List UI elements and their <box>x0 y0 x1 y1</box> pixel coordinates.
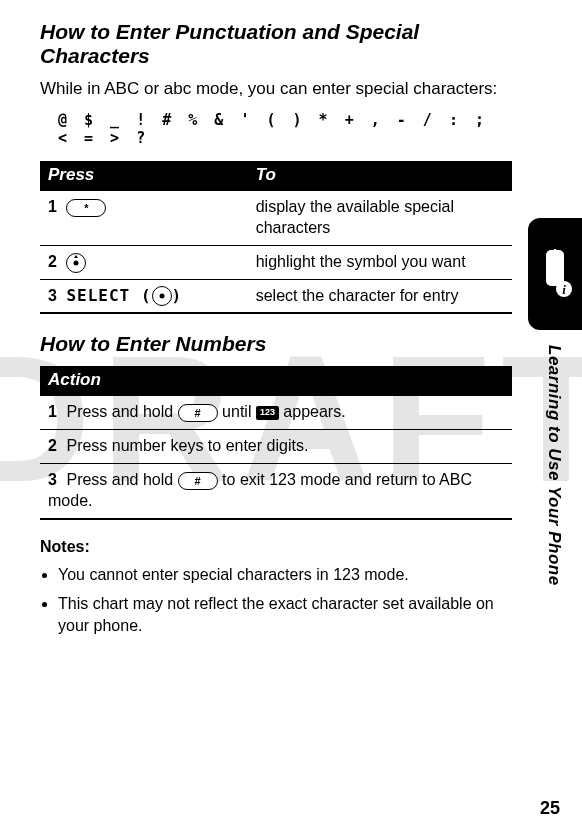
table-row: 3 SELECT () select the character for ent… <box>40 279 512 313</box>
action-text: Press and hold <box>66 403 177 420</box>
list-item: This chart may not reflect the exact cha… <box>58 593 512 636</box>
mode-123-icon: 123 <box>256 406 279 420</box>
col-action: Action <box>40 366 512 395</box>
special-characters-list: @ $ _ ! # % & ' ( ) * + , - / : ; < = > … <box>58 111 512 147</box>
svg-rect-1 <box>550 255 560 265</box>
table-row: 2 highlight the symbol you want <box>40 245 512 279</box>
side-section-label: Learning to Use Your Phone <box>544 345 564 586</box>
phone-info-icon: i <box>538 249 572 299</box>
select-label: SELECT ( <box>66 286 151 305</box>
notes-heading: Notes: <box>40 538 512 556</box>
nav-key-icon <box>66 253 86 273</box>
notes-list: You cannot enter special characters in 1… <box>58 564 512 637</box>
col-press: Press <box>40 161 248 190</box>
table-row: 1 Press and hold # until 123 appears. <box>40 395 512 429</box>
list-item: You cannot enter special characters in 1… <box>58 564 512 586</box>
step-number: 1 <box>48 197 62 218</box>
section2-title: How to Enter Numbers <box>40 332 512 356</box>
col-to: To <box>248 161 512 190</box>
press-to-table: Press To 1 * display the available speci… <box>40 161 512 314</box>
action-text: appears. <box>279 403 346 420</box>
hash-key-icon: # <box>178 472 218 490</box>
svg-text:i: i <box>562 282 566 297</box>
step-number: 1 <box>48 402 62 423</box>
hash-key-icon: # <box>178 404 218 422</box>
center-key-icon <box>152 286 172 306</box>
table-row: 3 Press and hold # to exit 123 mode and … <box>40 464 512 519</box>
step-number: 3 <box>48 470 62 491</box>
action-table: Action 1 Press and hold # until 123 appe… <box>40 366 512 519</box>
page-content: How to Enter Punctuation and Special Cha… <box>0 0 582 636</box>
select-label-suffix: ) <box>172 286 183 305</box>
action-text: Press and hold <box>66 471 177 488</box>
table-row: 2 Press number keys to enter digits. <box>40 430 512 464</box>
section1-title: How to Enter Punctuation and Special Cha… <box>40 20 512 68</box>
table-row: 1 * display the available special charac… <box>40 190 512 245</box>
action-text: until <box>218 403 256 420</box>
step-description: select the character for entry <box>248 279 512 313</box>
side-tab: i <box>528 218 582 330</box>
step-number: 3 <box>48 286 62 307</box>
star-key-icon: * <box>66 199 106 217</box>
action-text: Press number keys to enter digits. <box>66 437 308 454</box>
section1-intro: While in ABC or abc mode, you can enter … <box>40 78 512 99</box>
step-number: 2 <box>48 252 62 273</box>
page-number: 25 <box>540 798 560 819</box>
step-description: highlight the symbol you want <box>248 245 512 279</box>
step-number: 2 <box>48 436 62 457</box>
step-description: display the available special characters <box>248 190 512 245</box>
